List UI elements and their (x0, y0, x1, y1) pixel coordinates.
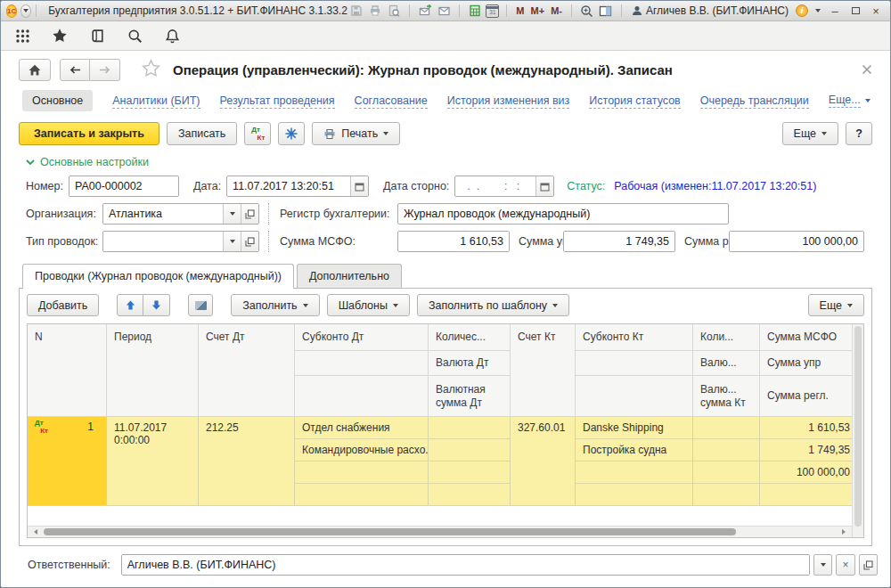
tab-approval[interactable]: Согласование (355, 94, 428, 107)
forward-button[interactable] (90, 59, 120, 81)
print-icon[interactable] (367, 4, 383, 19)
date-picker-button[interactable] (350, 176, 368, 196)
hint-lamp-button[interactable] (278, 122, 305, 145)
row-cell-period[interactable]: 11.07.2017 0:00:00 (107, 417, 199, 506)
zoom-icon[interactable] (579, 4, 595, 19)
send-mail-icon[interactable] (417, 4, 433, 19)
main-settings-toggle[interactable]: Основные настройки (26, 156, 878, 168)
col-header-subconto-kt-3[interactable] (576, 376, 693, 417)
functions-menu-icon[interactable] (13, 27, 31, 45)
favorite-star-button[interactable] (142, 59, 160, 81)
dt-kt-postings-button[interactable]: ДтКт (244, 122, 271, 145)
date-input[interactable] (227, 176, 350, 196)
sum-upr-input[interactable] (564, 232, 674, 251)
postings-grid[interactable]: N Период Счет Дт Субконто Дт Количес... … (28, 324, 852, 506)
maximize-button[interactable] (846, 4, 864, 19)
tab-main[interactable]: Основное (22, 90, 93, 111)
row-cell-currency-sum-kt[interactable] (693, 461, 760, 484)
col-header-currency-sum-kt[interactable]: Валю... сумма Кт (693, 376, 760, 417)
tab-more[interactable]: Еще... (829, 94, 871, 108)
col-header-subconto-kt-2[interactable] (576, 351, 693, 376)
row-cell-sum-upr[interactable]: 1 749,35 (760, 439, 852, 461)
col-header-n[interactable]: N (28, 324, 107, 417)
row-cell-n[interactable]: ДтКт 1 (28, 417, 107, 506)
tab-postings[interactable]: Проводки (Журнал проводок (международный… (22, 264, 294, 288)
col-header-account-kt[interactable]: Счет Кт (511, 324, 576, 417)
table-more-button[interactable]: Еще (808, 294, 864, 316)
notifications-bell-icon[interactable] (163, 27, 181, 45)
col-header-subconto-kt[interactable]: Субконто Кт (576, 324, 693, 351)
move-up-button[interactable] (117, 294, 143, 316)
number-input[interactable] (69, 176, 178, 196)
col-header-currency-dt[interactable]: Валюта Дт (429, 351, 511, 376)
posting-type-dropdown-button[interactable] (223, 232, 241, 251)
history-icon[interactable] (88, 27, 106, 45)
col-header-quantity-dt[interactable]: Количес... (429, 324, 511, 351)
close-window-button[interactable]: × (867, 4, 885, 19)
row-cell-sum-msfo[interactable]: 1 610,53 (760, 417, 852, 439)
move-down-button[interactable] (143, 294, 170, 316)
responsible-input[interactable] (122, 555, 809, 575)
calculator-icon[interactable] (467, 4, 483, 19)
save-and-close-button[interactable]: Записать и закрыть (19, 122, 159, 145)
tab-posting-result[interactable]: Результат проведения (220, 94, 335, 107)
tab-translation-queue[interactable]: Очередь трансляции (700, 94, 809, 107)
sort-button[interactable] (188, 294, 213, 316)
col-header-sum-msfo[interactable]: Сумма МСФО (760, 324, 852, 351)
col-header-subconto-dt-3[interactable] (295, 376, 429, 417)
fill-by-template-button[interactable]: Заполнить по шаблону (417, 294, 569, 316)
col-header-subconto-dt-2[interactable] (295, 351, 429, 376)
row-cell-quantity-kt-4[interactable] (693, 484, 760, 506)
col-header-currency-sum-dt[interactable]: Валютная сумма Дт (429, 376, 511, 417)
row-cell-subconto-kt-1[interactable]: Danske Shipping (576, 417, 693, 439)
row-cell-quantity-dt[interactable] (429, 417, 511, 439)
memory-subtract-button[interactable]: M- (549, 5, 564, 16)
horizontal-scroll-thumb[interactable] (44, 528, 736, 535)
print-button[interactable]: Печать (312, 122, 400, 145)
horizontal-scrollbar[interactable] (28, 526, 852, 537)
row-cell-subconto-kt-3[interactable] (576, 461, 693, 484)
tab-status-history[interactable]: История статусов (589, 94, 680, 107)
row-cell-account-dt[interactable]: 212.25 (199, 417, 295, 506)
memory-add-button[interactable]: M+ (529, 5, 547, 16)
row-cell-sum-regl[interactable]: 100 000,00 (760, 461, 852, 484)
back-button[interactable] (60, 59, 90, 81)
close-form-button[interactable] (856, 63, 878, 78)
row-cell-subconto-dt-4[interactable] (295, 484, 429, 506)
row-cell-subconto-dt-1[interactable]: Отдел снабжения (295, 417, 429, 439)
vertical-scroll-thumb[interactable] (854, 326, 862, 527)
templates-button[interactable]: Шаблоны (327, 294, 410, 316)
row-cell-currency-kt[interactable] (693, 439, 760, 461)
main-menu-button[interactable] (20, 4, 31, 18)
responsible-open-button[interactable] (859, 554, 878, 576)
row-cell-subconto-kt-2[interactable]: Постройка судна (576, 439, 693, 461)
posting-type-open-button[interactable] (241, 232, 258, 251)
scroll-left-button[interactable] (29, 527, 42, 537)
mail-icon[interactable] (436, 4, 452, 19)
tab-visa-history[interactable]: История изменения виз (447, 94, 570, 107)
row-cell-sum-4[interactable] (760, 484, 852, 506)
row-cell-subconto-dt-3[interactable] (295, 461, 429, 484)
organization-open-button[interactable] (241, 204, 258, 224)
col-header-sum-upr[interactable]: Сумма упр (760, 351, 852, 376)
organization-dropdown-button[interactable] (223, 204, 241, 224)
memory-recall-button[interactable]: M (514, 5, 526, 16)
organization-input[interactable] (103, 204, 223, 224)
home-button[interactable] (19, 59, 51, 81)
search-icon[interactable] (126, 27, 143, 45)
favorites-icon[interactable] (51, 27, 69, 45)
row-cell-subconto-dt-2[interactable]: Командировочные расхо... (295, 439, 429, 461)
posting-type-input[interactable] (103, 232, 223, 251)
calendar-icon[interactable]: 31 (486, 4, 499, 18)
responsible-clear-button[interactable]: × (836, 554, 854, 576)
add-row-button[interactable]: Добавить (27, 294, 99, 316)
help-button[interactable]: ? (846, 122, 872, 145)
row-cell-subconto-kt-4[interactable] (576, 484, 693, 506)
sum-msfo-input[interactable] (398, 232, 509, 251)
responsible-dropdown-button[interactable] (813, 554, 832, 576)
row-cell-quantity-dt-4[interactable] (429, 484, 511, 506)
form-more-button[interactable]: Еще (782, 122, 838, 145)
split-view-icon[interactable] (598, 4, 614, 19)
tab-analytics-bit[interactable]: Аналитики (БИТ) (112, 94, 200, 107)
vertical-scrollbar[interactable] (852, 324, 863, 537)
